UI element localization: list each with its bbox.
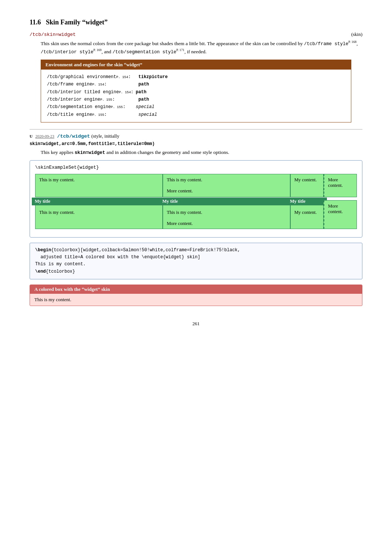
widget-type: (style, initially xyxy=(91,133,119,139)
env-sup-1: P. 154 xyxy=(116,75,128,80)
env-val-3: path xyxy=(136,88,146,96)
env-row-4: /tcb/interior engine P. 155: path xyxy=(47,96,345,103)
colored-box-content: This is my content. xyxy=(30,294,362,306)
env-row-6: /tcb/title engine P. 155: special xyxy=(47,111,345,118)
colored-box-demo: A colored box with the “widget” skin Thi… xyxy=(30,285,362,306)
env-colon-6: : xyxy=(104,111,136,118)
env-val-1: tikzpicture xyxy=(138,73,168,81)
widget-label-text: skinExampleSet{widget} xyxy=(38,165,99,170)
green-cell-1-2: This is my content.More content. xyxy=(163,174,290,197)
green-cell-1-4: More content. xyxy=(324,174,357,197)
ref3-sup: P. 171 xyxy=(176,48,185,52)
env-row-2: /tcb/frame engine P. 154: path xyxy=(47,81,345,88)
green-content-2-2: This is my content.More content. xyxy=(163,208,290,229)
green-title-2-2: My title xyxy=(159,198,294,205)
widget-style-value: skin=widget,arc=0.5mm,fonttitle=,titleru… xyxy=(30,141,155,147)
green-cell-2-3: My title My content. xyxy=(290,200,324,229)
env-box-content: /tcb/graphical environment P. 154: tikzp… xyxy=(41,70,351,122)
env-sup-2: P. 154 xyxy=(92,82,104,88)
env-colon-2: : xyxy=(104,81,136,88)
widget-key: /tcb/widget xyxy=(57,134,90,139)
code-kw-end: \end xyxy=(35,269,46,274)
colored-box-title: A colored box with the “widget” skin xyxy=(30,285,362,294)
cell-content-1-2: This is my content.More content. xyxy=(167,177,202,194)
green-title-2-1: My title xyxy=(32,198,166,205)
env-row-3: /tcb/interior titled engine P. 154:path xyxy=(47,88,345,96)
env-sup-3: P. 154 xyxy=(119,90,131,95)
env-key-2: /tcb/frame engine xyxy=(47,81,92,88)
green-grid-row1: This is my content. This is my content.M… xyxy=(35,174,357,197)
env-val-2: path xyxy=(138,81,149,88)
widget-date: 2020-09-23 xyxy=(35,134,54,138)
ref1-sup: P. 168 xyxy=(348,40,356,44)
green-cell-2-1: My title This is my content. xyxy=(35,200,163,229)
cell-content-2-4: More content. xyxy=(328,204,343,214)
env-box-title: Environment and engines for the skin “wi… xyxy=(41,60,351,70)
green-content-2-3: My content. xyxy=(291,208,323,218)
env-sup-5: P. 155 xyxy=(111,105,123,110)
widget-u-label: U xyxy=(30,134,33,138)
env-colon-1: : xyxy=(128,73,136,81)
env-key-3: /tcb/interior titled engine xyxy=(47,88,119,96)
desc-mid: , xyxy=(356,41,358,46)
green-cell-1-1: This is my content. xyxy=(35,174,163,197)
widget-desc1: This key applies xyxy=(41,149,75,155)
env-key-1: /tcb/graphical environment xyxy=(47,73,116,81)
green-cell-2-4: More content. xyxy=(324,200,357,229)
widget-desc2: and in addition changes the geometry and… xyxy=(105,149,229,155)
page-number: 261 xyxy=(30,321,362,327)
ref3-code: /tcb/segmentation style xyxy=(112,49,176,54)
skin-entry-header: /tcb/skin=widget (skin) xyxy=(30,31,362,37)
env-colon-3: : xyxy=(131,88,134,96)
green-cell-2-2: My title This is my content.More content… xyxy=(163,200,290,229)
env-sup-4: P. 155 xyxy=(100,97,112,103)
widget-description: This key applies skin=widget and in addi… xyxy=(41,149,362,157)
divider xyxy=(30,129,362,130)
cell-content-1-1: This is my content. xyxy=(39,177,75,182)
env-key-5: /tcb/segmentation engine xyxy=(47,103,111,111)
cell-content-1-3: My content. xyxy=(294,177,317,182)
env-colon-5: : xyxy=(123,103,134,111)
env-box: Environment and engines for the skin “wi… xyxy=(41,60,351,122)
widget-entry-header: U 2020-09-23 /tcb/widget (style, initial… xyxy=(30,132,362,147)
ref2-code: /tcb/interior style xyxy=(41,49,94,54)
green-cell-1-3: My content. xyxy=(290,174,324,197)
env-row-5: /tcb/segmentation engine P. 155: special xyxy=(47,103,345,111)
cell-content-1-4: More content. xyxy=(328,177,343,188)
code-kw-begin: \begin xyxy=(35,248,51,253)
desc-text1: This skin uses the normal colors from th… xyxy=(41,41,304,46)
desc-end2: , if needed. xyxy=(185,48,207,54)
green-grid-row2: My title This is my content. My title Th… xyxy=(35,200,357,229)
skin-description: This skin uses the normal colors from th… xyxy=(41,40,362,56)
ref1-code: /tcb/frame style xyxy=(304,41,348,47)
env-sup-6: P. 155 xyxy=(92,112,104,118)
skin-key: /tcb/skin=widget xyxy=(30,32,76,37)
env-key-4: /tcb/interior engine xyxy=(47,96,100,103)
code-block: \begin{tcolorbox}[widget,colback=Salmon!… xyxy=(30,243,362,279)
env-row-1: /tcb/graphical environment P. 154: tikzp… xyxy=(47,73,345,81)
env-key-6: /tcb/title engine xyxy=(47,111,92,118)
section-heading: 11.6 Skin Family “widget” xyxy=(30,18,362,26)
green-title-2-3: My title xyxy=(287,198,327,205)
env-val-6: special xyxy=(138,111,157,118)
env-val-4: path xyxy=(138,96,149,103)
code-adjusted: adjusted title=A colored box with the \e… xyxy=(35,255,200,260)
desc-end: , and xyxy=(102,48,113,54)
env-val-5: special xyxy=(136,103,154,111)
widget-code-ref: skin=widget xyxy=(75,150,105,155)
code-begin-rest: {tcolorbox}[widget,colback=Salmon!50!whi… xyxy=(51,248,240,253)
ref2-sup: P. 169 xyxy=(94,48,102,52)
code-end-rest: {tcolorbox} xyxy=(46,269,75,274)
widget-label-bs: \ xyxy=(35,165,38,170)
skin-type: (skin) xyxy=(351,31,362,37)
env-colon-4: : xyxy=(112,96,136,103)
widget-demo-label: \skinExampleSet{widget} xyxy=(35,165,357,170)
widget-outer-box: \skinExampleSet{widget} This is my conte… xyxy=(30,160,362,238)
green-content-2-1: This is my content. xyxy=(36,208,162,218)
code-content: This is my content. xyxy=(35,262,86,267)
